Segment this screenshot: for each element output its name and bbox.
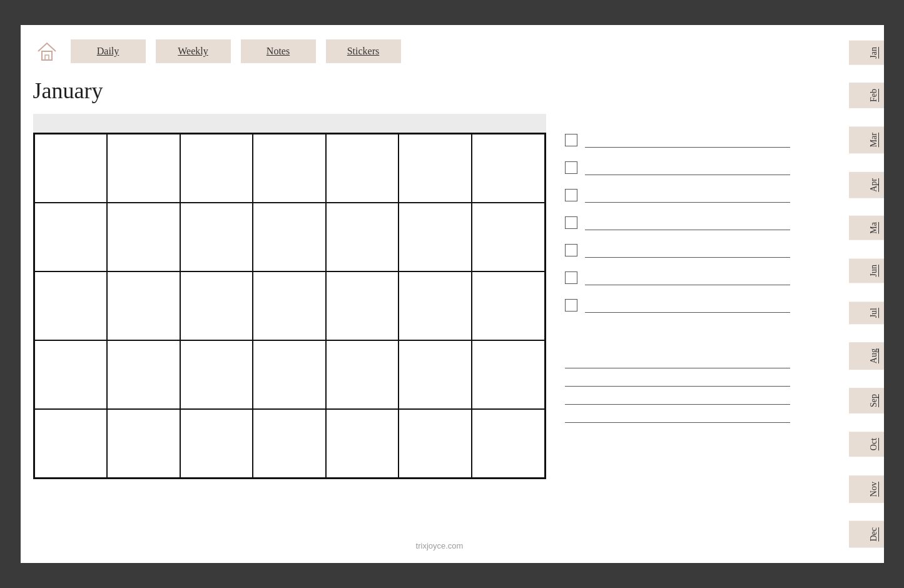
calendar-cell[interactable] [399,203,472,271]
calendar-section [33,114,546,529]
main-content [33,114,846,529]
calendar-cell[interactable] [326,134,399,203]
calendar-cell[interactable] [107,409,180,478]
calendar-row [34,271,545,340]
calendar-cell[interactable] [326,203,399,271]
calendar-cell[interactable] [399,271,472,340]
checklist-line-7 [585,298,790,313]
footer: trixjoyce.com [33,541,846,550]
checklist-line-4 [585,215,790,230]
calendar-cell[interactable] [472,340,545,409]
calendar-row [34,134,545,203]
calendar-cell[interactable] [107,340,180,409]
calendar-cell[interactable] [253,409,326,478]
calendar-cell[interactable] [472,203,545,271]
calendar-cell[interactable] [107,271,180,340]
tab-stickers[interactable]: Stickers [326,39,401,63]
checkbox-1[interactable] [565,134,577,146]
checkbox-3[interactable] [565,189,577,201]
calendar-cell[interactable] [326,271,399,340]
sidebar-month-oct[interactable]: Oct [849,432,884,457]
checklist-item-7 [565,298,790,313]
checklist-item-3 [565,188,790,203]
home-button[interactable] [33,38,61,65]
calendar-row [34,340,545,409]
checklist-line-6 [585,270,790,285]
checklist-line-1 [585,133,790,148]
calendar-cell[interactable] [180,409,253,478]
checklist-item-4 [565,215,790,230]
checkbox-6[interactable] [565,271,577,284]
sidebar-month-jan[interactable]: Jan [849,41,884,65]
checklist-item-1 [565,133,790,148]
notes-line-1 [565,368,790,368]
sidebar-month-sep[interactable]: Sep [849,388,884,413]
calendar-cell[interactable] [107,134,180,203]
checkbox-7[interactable] [565,299,577,312]
page-container: Daily Weekly Notes Stickers January [21,25,884,563]
checkbox-4[interactable] [565,216,577,229]
checkbox-2[interactable] [565,161,577,174]
month-sidebar: Jan Feb Mar Apr Ma Jun Jul Aug Sep Oct N… [849,25,884,563]
svg-rect-0 [42,51,52,60]
days-header [33,114,546,133]
notes-line-3 [565,404,790,405]
sidebar-month-mar[interactable]: Mar [849,126,884,153]
tab-daily[interactable]: Daily [71,39,146,63]
calendar-row [34,203,545,271]
notes-section [565,114,790,529]
calendar-cell[interactable] [253,203,326,271]
calendar-cell[interactable] [472,409,545,478]
notes-line-4 [565,422,790,423]
month-title: January [33,78,846,104]
checklist-item-5 [565,243,790,258]
calendar-cell[interactable] [34,340,108,409]
tab-notes[interactable]: Notes [241,39,316,63]
sidebar-month-apr[interactable]: Apr [849,172,884,198]
notes-line-2 [565,386,790,387]
sidebar-month-aug[interactable]: Aug [849,342,884,370]
calendar-cell[interactable] [399,409,472,478]
notes-lines-section [565,368,790,423]
sidebar-month-nov[interactable]: Nov [849,475,884,503]
calendar-cell[interactable] [34,409,108,478]
checklist-item-6 [565,270,790,285]
sidebar-month-dec[interactable]: Dec [849,521,884,548]
calendar-cell[interactable] [326,409,399,478]
calendar-cell[interactable] [180,203,253,271]
calendar-cell[interactable] [253,340,326,409]
calendar-cell[interactable] [253,271,326,340]
calendar-cell[interactable] [253,134,326,203]
tab-weekly[interactable]: Weekly [156,39,231,63]
calendar-cell[interactable] [180,271,253,340]
calendar-cell[interactable] [399,134,472,203]
calendar-grid [33,133,546,479]
calendar-cell[interactable] [34,134,108,203]
svg-rect-1 [45,55,49,60]
checklist-line-5 [585,243,790,258]
calendar-cell[interactable] [34,271,108,340]
sidebar-month-may[interactable]: Ma [849,216,884,240]
calendar-cell[interactable] [34,203,108,271]
sidebar-month-feb[interactable]: Feb [849,83,884,108]
sidebar-month-jun[interactable]: Jun [849,258,884,283]
calendar-cell[interactable] [107,203,180,271]
calendar-cell[interactable] [326,340,399,409]
sidebar-month-jul[interactable]: Jul [849,302,884,324]
calendar-cell[interactable] [472,134,545,203]
calendar-cell[interactable] [180,134,253,203]
calendar-cell[interactable] [472,271,545,340]
checklist-item-2 [565,160,790,175]
checklist-line-2 [585,160,790,175]
top-nav: Daily Weekly Notes Stickers [33,38,846,65]
checklist-line-3 [585,188,790,203]
calendar-cell[interactable] [399,340,472,409]
checkbox-5[interactable] [565,244,577,256]
calendar-row [34,409,545,478]
footer-text: trixjoyce.com [416,541,464,550]
calendar-cell[interactable] [180,340,253,409]
